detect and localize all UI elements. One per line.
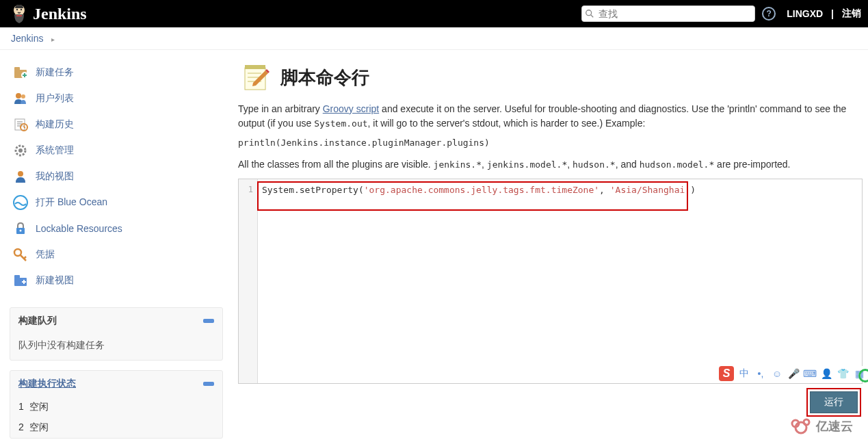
nav-list: 新建任务 用户列表 构建历史 系统管理 我的视图 打开 Blue Ocean (10, 60, 223, 294)
search-icon (585, 9, 594, 18)
collapse-icon[interactable] (203, 319, 214, 323)
nav-credentials[interactable]: 凭据 (10, 242, 223, 268)
search-wrap (581, 5, 755, 22)
script-editor[interactable]: 1 System.setProperty('org.apache.commons… (238, 179, 863, 384)
nav-label: 系统管理 (36, 144, 74, 157)
nav-label: 新建视图 (36, 274, 74, 287)
build-queue-panel: 构建队列 队列中没有构建任务 (10, 307, 223, 361)
system-out-code: System.out (314, 118, 367, 129)
svg-point-11 (16, 93, 21, 99)
top-header: Jenkins ? LINGXD | 注销 (0, 0, 868, 27)
notepad-icon (241, 62, 271, 92)
nav-new-item[interactable]: 新建任务 (10, 60, 223, 86)
nav-label: 凭据 (36, 248, 55, 261)
nav-label: 用户列表 (36, 92, 74, 105)
new-view-icon (12, 272, 29, 289)
svg-point-40 (804, 419, 809, 425)
svg-point-12 (21, 94, 25, 99)
people-icon (12, 90, 29, 107)
ime-user-icon[interactable]: 👤 (820, 367, 832, 380)
nav-new-view[interactable]: 新建视图 (10, 268, 223, 294)
history-icon (12, 116, 29, 133)
header-links: LINGXD | 注销 (787, 8, 861, 20)
description: Type in an arbitrary Groovy script and e… (238, 102, 863, 131)
jenkins-logo-icon (11, 3, 27, 25)
ime-toolbar: S 中 •, ☺ 🎤 ⌨ 👤 👕 ▦ (719, 366, 865, 381)
blue-ocean-icon (12, 194, 29, 211)
code-content[interactable]: System.setProperty('org.apache.commons.j… (258, 179, 862, 383)
nav-label: 打开 Blue Ocean (36, 196, 107, 209)
page-title: 脚本命令行 (280, 66, 369, 90)
ime-mic-icon[interactable]: 🎤 (787, 367, 800, 380)
ime-emoji-icon[interactable]: ☺ (771, 367, 783, 380)
svg-rect-34 (245, 65, 265, 69)
groovy-link[interactable]: Groovy script (323, 103, 379, 114)
svg-point-1 (16, 9, 18, 10)
chevron-right-icon: ▸ (51, 36, 55, 43)
svg-text:亿速云: 亿速云 (815, 419, 853, 433)
executor-panel: 构建执行状态 1 空闲 2 空闲 (10, 370, 223, 439)
queue-empty-text: 队列中没有构建任务 (10, 334, 222, 360)
gear-icon (12, 142, 29, 159)
user-link[interactable]: LINGXD (787, 8, 823, 19)
main-content: 脚本命令行 Type in an arbitrary Groovy script… (233, 50, 868, 442)
run-button[interactable]: 运行 (810, 391, 858, 413)
logo-text: Jenkins (33, 5, 87, 23)
nav-label: 新建任务 (36, 66, 74, 79)
executor-title[interactable]: 构建执行状态 (18, 378, 76, 390)
help-icon[interactable]: ? (762, 7, 776, 21)
nav-blue-ocean[interactable]: 打开 Blue Ocean (10, 190, 223, 216)
nav-label: Lockable Resources (36, 223, 122, 234)
ime-punct-icon[interactable]: •, (754, 367, 767, 380)
editor-gutter: 1 (239, 179, 258, 383)
new-item-icon (12, 64, 29, 81)
svg-rect-3 (16, 15, 22, 16)
nav-manage[interactable]: 系统管理 (10, 138, 223, 164)
ime-skin-icon[interactable]: 👕 (837, 367, 849, 380)
collapse-icon[interactable] (203, 382, 214, 386)
svg-point-39 (792, 420, 799, 427)
svg-line-19 (24, 127, 25, 128)
ime-lang-icon[interactable]: 中 (738, 367, 750, 380)
svg-point-25 (20, 230, 22, 232)
nav-people[interactable]: 用户列表 (10, 86, 223, 112)
nav-label: 我的视图 (36, 170, 74, 183)
user-icon (12, 168, 29, 185)
svg-point-22 (18, 171, 23, 177)
svg-point-21 (18, 148, 23, 153)
ime-more-icon[interactable]: ▦ (853, 367, 865, 380)
nav-label: 构建历史 (36, 118, 74, 131)
ime-keyboard-icon[interactable]: ⌨ (804, 367, 816, 380)
svg-point-4 (586, 10, 592, 16)
lock-icon (12, 220, 29, 237)
logo[interactable]: Jenkins (11, 3, 87, 25)
svg-rect-7 (14, 67, 20, 70)
run-highlight-annotation: 运行 (806, 388, 861, 417)
svg-line-5 (591, 15, 594, 18)
search-input[interactable] (581, 5, 755, 22)
executor-row: 1 空闲 (10, 397, 222, 417)
nav-lockable[interactable]: Lockable Resources (10, 216, 223, 242)
example-code: println(Jenkins.instance.pluginManager.p… (238, 138, 863, 148)
queue-title: 构建队列 (18, 315, 57, 327)
nav-build-history[interactable]: 构建历史 (10, 112, 223, 138)
sogou-icon[interactable]: S (719, 366, 734, 381)
header-separator: | (831, 8, 834, 19)
breadcrumb-root[interactable]: Jenkins (11, 33, 43, 44)
logout-link[interactable]: 注销 (842, 8, 861, 20)
key-icon (12, 246, 29, 263)
imports-note: All the classes from all the plugins are… (238, 157, 863, 172)
svg-point-2 (21, 9, 22, 10)
nav-my-views[interactable]: 我的视图 (10, 164, 223, 190)
svg-line-28 (24, 257, 26, 259)
svg-rect-30 (14, 275, 20, 278)
breadcrumb: Jenkins ▸ (0, 27, 868, 50)
executor-row: 2 空闲 (10, 417, 222, 438)
watermark: 亿速云 (789, 414, 864, 439)
sidebar: 新建任务 用户列表 构建历史 系统管理 我的视图 打开 Blue Ocean (0, 50, 233, 442)
